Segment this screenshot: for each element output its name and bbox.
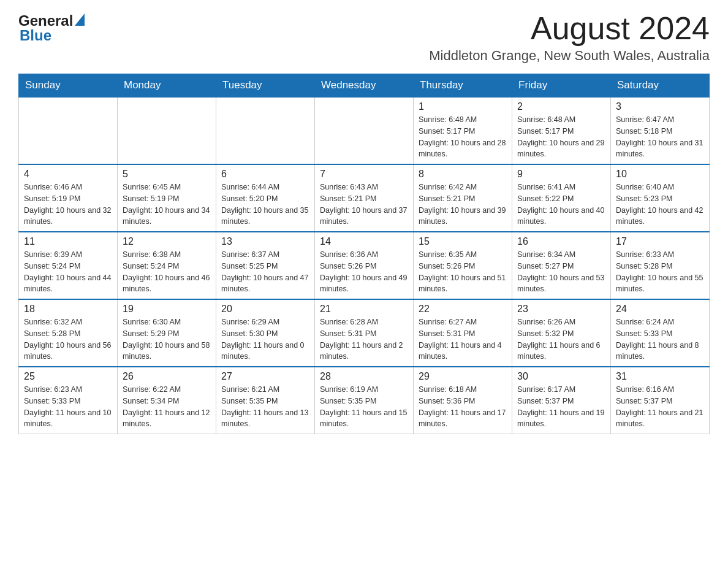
day-number: 9 [517, 169, 605, 180]
day-info: Sunrise: 6:19 AMSunset: 5:35 PMDaylight:… [320, 384, 408, 430]
day-number: 16 [517, 236, 605, 247]
calendar-cell: 9Sunrise: 6:41 AMSunset: 5:22 PMDaylight… [512, 164, 611, 232]
calendar-cell: 12Sunrise: 6:38 AMSunset: 5:24 PMDayligh… [118, 232, 216, 299]
day-number: 30 [517, 371, 605, 382]
day-number: 19 [123, 304, 211, 315]
week-row-4: 18Sunrise: 6:32 AMSunset: 5:28 PMDayligh… [19, 299, 710, 367]
location-subtitle: Middleton Grange, New South Wales, Austr… [18, 48, 710, 64]
day-info: Sunrise: 6:29 AMSunset: 5:30 PMDaylight:… [221, 316, 309, 362]
day-info: Sunrise: 6:43 AMSunset: 5:21 PMDaylight:… [320, 182, 408, 228]
day-info: Sunrise: 6:48 AMSunset: 5:17 PMDaylight:… [419, 114, 507, 160]
calendar-cell: 8Sunrise: 6:42 AMSunset: 5:21 PMDaylight… [414, 164, 512, 232]
day-info: Sunrise: 6:46 AMSunset: 5:19 PMDaylight:… [24, 182, 112, 228]
day-number: 26 [123, 371, 211, 382]
calendar-cell: 13Sunrise: 6:37 AMSunset: 5:25 PMDayligh… [216, 232, 315, 299]
day-number: 7 [320, 169, 408, 180]
title-block: August 2024 [531, 12, 710, 44]
calendar-cell: 27Sunrise: 6:21 AMSunset: 5:35 PMDayligh… [216, 367, 315, 434]
day-number: 13 [221, 236, 309, 247]
day-number: 20 [221, 304, 309, 315]
day-number: 21 [320, 304, 408, 315]
day-number: 14 [320, 236, 408, 247]
day-number: 6 [221, 169, 309, 180]
logo: General Blue [18, 12, 85, 44]
week-row-2: 4Sunrise: 6:46 AMSunset: 5:19 PMDaylight… [19, 164, 710, 232]
day-info: Sunrise: 6:42 AMSunset: 5:21 PMDaylight:… [419, 182, 507, 228]
calendar-cell: 29Sunrise: 6:18 AMSunset: 5:36 PMDayligh… [414, 367, 512, 434]
logo-triangle-icon [75, 13, 85, 26]
weekday-header-row: SundayMondayTuesdayWednesdayThursdayFrid… [19, 74, 710, 98]
day-number: 3 [616, 101, 704, 112]
weekday-header-sunday: Sunday [19, 74, 118, 98]
calendar-cell: 10Sunrise: 6:40 AMSunset: 5:23 PMDayligh… [611, 164, 710, 232]
calendar-cell: 11Sunrise: 6:39 AMSunset: 5:24 PMDayligh… [19, 232, 118, 299]
weekday-header-friday: Friday [512, 74, 611, 98]
day-info: Sunrise: 6:37 AMSunset: 5:25 PMDaylight:… [221, 249, 309, 295]
day-number: 4 [24, 169, 112, 180]
day-number: 1 [419, 101, 507, 112]
day-info: Sunrise: 6:32 AMSunset: 5:28 PMDaylight:… [24, 316, 112, 362]
day-number: 10 [616, 169, 704, 180]
day-number: 31 [616, 371, 704, 382]
day-info: Sunrise: 6:35 AMSunset: 5:26 PMDaylight:… [419, 249, 507, 295]
day-info: Sunrise: 6:21 AMSunset: 5:35 PMDaylight:… [221, 384, 309, 430]
day-number: 15 [419, 236, 507, 247]
day-number: 29 [419, 371, 507, 382]
calendar-cell: 7Sunrise: 6:43 AMSunset: 5:21 PMDaylight… [315, 164, 414, 232]
day-number: 28 [320, 371, 408, 382]
day-number: 23 [517, 304, 605, 315]
weekday-header-monday: Monday [118, 74, 216, 98]
calendar-cell: 31Sunrise: 6:16 AMSunset: 5:37 PMDayligh… [611, 367, 710, 434]
day-info: Sunrise: 6:38 AMSunset: 5:24 PMDaylight:… [123, 249, 211, 295]
day-number: 12 [123, 236, 211, 247]
day-number: 8 [419, 169, 507, 180]
day-number: 11 [24, 236, 112, 247]
week-row-3: 11Sunrise: 6:39 AMSunset: 5:24 PMDayligh… [19, 232, 710, 299]
day-info: Sunrise: 6:23 AMSunset: 5:33 PMDaylight:… [24, 384, 112, 430]
logo-blue-text: Blue [20, 27, 51, 44]
calendar-cell: 2Sunrise: 6:48 AMSunset: 5:17 PMDaylight… [512, 97, 611, 164]
day-info: Sunrise: 6:36 AMSunset: 5:26 PMDaylight:… [320, 249, 408, 295]
day-number: 17 [616, 236, 704, 247]
weekday-header-thursday: Thursday [414, 74, 512, 98]
day-info: Sunrise: 6:18 AMSunset: 5:36 PMDaylight:… [419, 384, 507, 430]
page-header: General Blue August 2024 [18, 12, 710, 44]
day-number: 24 [616, 304, 704, 315]
calendar-cell: 4Sunrise: 6:46 AMSunset: 5:19 PMDaylight… [19, 164, 118, 232]
calendar-cell: 23Sunrise: 6:26 AMSunset: 5:32 PMDayligh… [512, 299, 611, 367]
day-info: Sunrise: 6:27 AMSunset: 5:31 PMDaylight:… [419, 316, 507, 362]
calendar-cell: 24Sunrise: 6:24 AMSunset: 5:33 PMDayligh… [611, 299, 710, 367]
day-info: Sunrise: 6:44 AMSunset: 5:20 PMDaylight:… [221, 182, 309, 228]
day-info: Sunrise: 6:45 AMSunset: 5:19 PMDaylight:… [123, 182, 211, 228]
calendar-cell: 1Sunrise: 6:48 AMSunset: 5:17 PMDaylight… [414, 97, 512, 164]
calendar-cell: 19Sunrise: 6:30 AMSunset: 5:29 PMDayligh… [118, 299, 216, 367]
day-info: Sunrise: 6:24 AMSunset: 5:33 PMDaylight:… [616, 316, 704, 362]
day-info: Sunrise: 6:47 AMSunset: 5:18 PMDaylight:… [616, 114, 704, 160]
day-number: 18 [24, 304, 112, 315]
weekday-header-saturday: Saturday [611, 74, 710, 98]
calendar-cell [315, 97, 414, 164]
day-info: Sunrise: 6:34 AMSunset: 5:27 PMDaylight:… [517, 249, 605, 295]
calendar-cell: 28Sunrise: 6:19 AMSunset: 5:35 PMDayligh… [315, 367, 414, 434]
calendar-cell [216, 97, 315, 164]
calendar-cell: 3Sunrise: 6:47 AMSunset: 5:18 PMDaylight… [611, 97, 710, 164]
calendar-cell: 14Sunrise: 6:36 AMSunset: 5:26 PMDayligh… [315, 232, 414, 299]
day-info: Sunrise: 6:16 AMSunset: 5:37 PMDaylight:… [616, 384, 704, 430]
day-info: Sunrise: 6:17 AMSunset: 5:37 PMDaylight:… [517, 384, 605, 430]
week-row-1: 1Sunrise: 6:48 AMSunset: 5:17 PMDaylight… [19, 97, 710, 164]
day-info: Sunrise: 6:41 AMSunset: 5:22 PMDaylight:… [517, 182, 605, 228]
day-info: Sunrise: 6:40 AMSunset: 5:23 PMDaylight:… [616, 182, 704, 228]
calendar-table: SundayMondayTuesdayWednesdayThursdayFrid… [18, 74, 710, 434]
calendar-cell: 16Sunrise: 6:34 AMSunset: 5:27 PMDayligh… [512, 232, 611, 299]
calendar-cell: 20Sunrise: 6:29 AMSunset: 5:30 PMDayligh… [216, 299, 315, 367]
day-info: Sunrise: 6:28 AMSunset: 5:31 PMDaylight:… [320, 316, 408, 362]
day-number: 27 [221, 371, 309, 382]
calendar-cell: 26Sunrise: 6:22 AMSunset: 5:34 PMDayligh… [118, 367, 216, 434]
weekday-header-tuesday: Tuesday [216, 74, 315, 98]
day-number: 25 [24, 371, 112, 382]
calendar-cell: 22Sunrise: 6:27 AMSunset: 5:31 PMDayligh… [414, 299, 512, 367]
day-info: Sunrise: 6:33 AMSunset: 5:28 PMDaylight:… [616, 249, 704, 295]
calendar-cell: 18Sunrise: 6:32 AMSunset: 5:28 PMDayligh… [19, 299, 118, 367]
calendar-cell: 17Sunrise: 6:33 AMSunset: 5:28 PMDayligh… [611, 232, 710, 299]
calendar-cell: 25Sunrise: 6:23 AMSunset: 5:33 PMDayligh… [19, 367, 118, 434]
